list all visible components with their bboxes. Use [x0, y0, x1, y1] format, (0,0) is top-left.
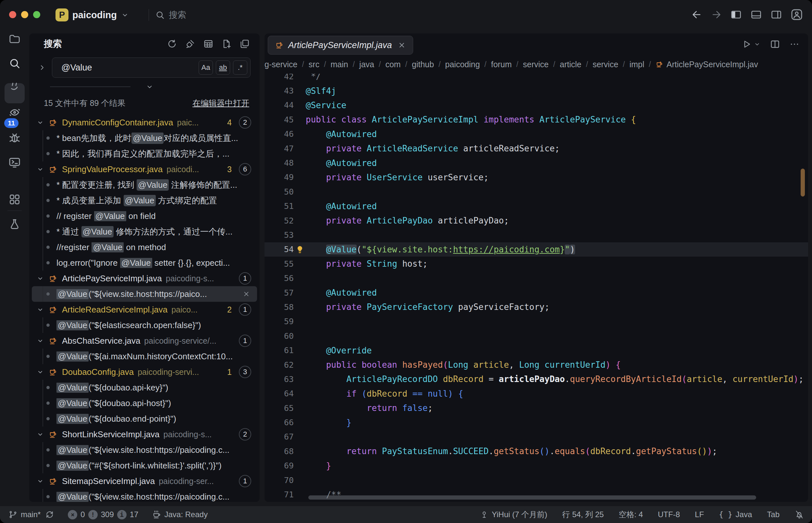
run-button[interactable]	[742, 39, 761, 49]
result-file-row[interactable]: SitemapServiceImpl.javapaicoding-ser...1	[29, 473, 260, 489]
zoom-window-button[interactable]	[33, 11, 40, 18]
sidebar-item-search[interactable]	[8, 57, 21, 70]
breadcrumb-item[interactable]: service	[523, 60, 548, 69]
caret-position[interactable]: 行 54, 列 25	[562, 509, 604, 520]
problems-widget[interactable]: × 0 ! 309 i 17	[68, 510, 138, 519]
result-file-row[interactable]: DynamicConfigContainer.javapaic...42	[29, 115, 260, 130]
code-line[interactable]: 60	[264, 329, 808, 343]
toggle-left-panel-icon[interactable]	[730, 9, 742, 20]
breadcrumb-item[interactable]: github	[412, 60, 434, 69]
back-icon[interactable]	[691, 9, 702, 20]
result-match-row[interactable]: @Value("${doubao.api-key}")	[29, 380, 260, 395]
chevron-down-icon[interactable]	[36, 306, 44, 313]
indent-mode[interactable]: Tab	[767, 510, 779, 519]
branch-widget[interactable]: main*	[8, 510, 41, 519]
code-editor[interactable]: 42 */43@Slf4j44@Service45public class Ar…	[264, 74, 808, 502]
sidebar-item-commits[interactable]	[8, 81, 21, 93]
result-file-row[interactable]: AbsChatService.javapaicoding-service/...…	[29, 333, 260, 348]
result-match-row[interactable]: * 通过 @Value 修饰方法的方式，通过一个传...	[29, 224, 260, 239]
result-file-row[interactable]: SpringValueProcessor.javapaicodi...36	[29, 161, 260, 177]
line-ending[interactable]: LF	[695, 510, 704, 519]
result-match-row[interactable]: @Value("${view.site.host:https://paicodi…	[29, 489, 260, 502]
tab-article-pay-service-impl[interactable]: ArticlePayServiceImpl.java	[268, 36, 413, 55]
code-line[interactable]: 45public class ArticlePayServiceImpl imp…	[264, 112, 808, 127]
sidebar-item-extensions[interactable]	[8, 193, 21, 205]
breadcrumb-item[interactable]: article	[560, 60, 582, 69]
result-match-row[interactable]: //register @Value on method	[29, 239, 260, 255]
horizontal-scrollbar-thumb[interactable]	[308, 495, 756, 500]
code-line[interactable]: 70	[264, 473, 808, 487]
result-match-row[interactable]: log.error("Ignore @Value setter {}.{}, e…	[29, 255, 260, 271]
close-result-icon[interactable]	[243, 290, 250, 297]
table-view-icon[interactable]	[203, 39, 213, 49]
breadcrumb-item[interactable]: src	[309, 60, 319, 69]
new-file-icon[interactable]	[221, 39, 232, 49]
indent-spaces[interactable]: 空格: 4	[619, 509, 643, 520]
code-line[interactable]: 50	[264, 184, 808, 199]
breadcrumb-item[interactable]: paicoding	[445, 60, 480, 69]
code-line[interactable]: 59	[264, 314, 808, 329]
code-line[interactable]: 69 }	[264, 459, 808, 473]
chevron-down-icon[interactable]	[36, 337, 44, 345]
sidebar-item-terminal[interactable]	[8, 156, 21, 169]
sidebar-item-debug[interactable]	[8, 131, 21, 144]
search-input[interactable]: @Value Aa ab .*	[52, 57, 250, 78]
result-match-row[interactable]: // register @Value on field	[29, 208, 260, 224]
code-line[interactable]: 71 /**	[264, 487, 808, 502]
refresh-icon[interactable]	[167, 39, 177, 49]
result-match-row[interactable]: @Value("${ai.maxNum.historyContextCnt:10…	[29, 348, 260, 364]
result-match-row[interactable]: @Value("${view.site.host:https://paicodi…	[29, 442, 260, 458]
close-tab-icon[interactable]	[398, 41, 406, 49]
toggle-right-panel-icon[interactable]	[771, 9, 782, 20]
more-options-icon[interactable]	[789, 39, 800, 49]
notifications-muted-icon[interactable]	[794, 510, 804, 519]
breadcrumb-item[interactable]: impl	[629, 60, 644, 69]
language-mode[interactable]: { } Java	[719, 510, 752, 519]
code-line[interactable]: 58 private PayServiceFactory payServiceF…	[264, 300, 808, 314]
chevron-down-icon[interactable]	[36, 430, 44, 438]
result-file-row[interactable]: ArticlePayServiceImpl.javapaicoding-s...…	[29, 271, 260, 286]
breadcrumb-item-current[interactable]: ArticlePayServiceImpl.jav	[656, 60, 758, 69]
result-match-row[interactable]: * 配置变更注册, 找到 @Value 注解修饰的配置...	[29, 177, 260, 193]
breadcrumb-item[interactable]: forum	[491, 60, 512, 69]
account-icon[interactable]	[791, 8, 803, 21]
result-match-row[interactable]: @Value("${doubao.api-host}")	[29, 395, 260, 411]
result-match-row[interactable]: @Value("${doubao.end-point}")	[29, 411, 260, 427]
code-line[interactable]: 65 return false;	[264, 401, 808, 415]
breadcrumb-item[interactable]: g-service	[264, 60, 297, 69]
match-case-toggle[interactable]: Aa	[199, 60, 213, 75]
file-encoding[interactable]: UTF-8	[658, 510, 680, 519]
breadcrumb-item[interactable]: main	[331, 60, 348, 69]
code-line[interactable]: 52 private ArticlePayDao articlePayDao;	[264, 213, 808, 228]
breadcrumb-item[interactable]: java	[359, 60, 374, 69]
language-status-widget[interactable]: Java: Ready	[152, 510, 207, 519]
code-line[interactable]: 67	[264, 430, 808, 444]
lightbulb-icon[interactable]	[295, 245, 304, 254]
result-file-row[interactable]: ShortLinkServiceImpl.javapaicoding-s...2	[29, 427, 260, 442]
result-file-row[interactable]: DoubaoConfig.javapaicoding-servi...13	[29, 364, 260, 380]
code-line[interactable]: 63 ArticlePayRecordDO dbRecord = article…	[264, 372, 808, 386]
result-file-row[interactable]: ArticleReadServiceImpl.javapaico...21	[29, 302, 260, 318]
code-line[interactable]: 53	[264, 228, 808, 242]
code-line[interactable]: 54 @Value("${view.site.host:https://paic…	[264, 242, 808, 257]
code-line[interactable]: 49 private UserService userService;	[264, 170, 808, 184]
result-match-row[interactable]: * bean先加载，此时@Value对应的成员属性直...	[29, 130, 260, 146]
breadcrumb-item[interactable]: com	[385, 60, 400, 69]
sidebar-item-tests[interactable]	[8, 218, 21, 230]
forward-icon[interactable]	[711, 9, 722, 20]
minimize-window-button[interactable]	[21, 11, 28, 18]
sidebar-item-code-review[interactable]	[8, 106, 21, 119]
code-line[interactable]: 55 private String host;	[264, 257, 808, 271]
chevron-down-icon[interactable]	[36, 165, 44, 173]
chevron-down-icon[interactable]	[36, 477, 44, 485]
result-match-row[interactable]: @Value("${elasticsearch.open:false}")	[29, 318, 260, 333]
code-line[interactable]: 44@Service	[264, 98, 808, 112]
chevron-down-icon[interactable]	[36, 274, 44, 282]
blame-widget[interactable]: YiHui (7 个月前)	[480, 509, 547, 520]
code-line[interactable]: 68 return PayStatusEnum.SUCCEED.getStatu…	[264, 444, 808, 458]
expand-search-options-icon[interactable]	[38, 64, 46, 71]
result-match-row[interactable]: @Value("#{'${short-link.whitelist:}'.spl…	[29, 458, 260, 473]
toggle-bottom-panel-icon[interactable]	[750, 9, 762, 20]
code-line[interactable]: 66 }	[264, 415, 808, 430]
open-in-editor-link[interactable]: 在编辑器中打开	[192, 98, 249, 108]
